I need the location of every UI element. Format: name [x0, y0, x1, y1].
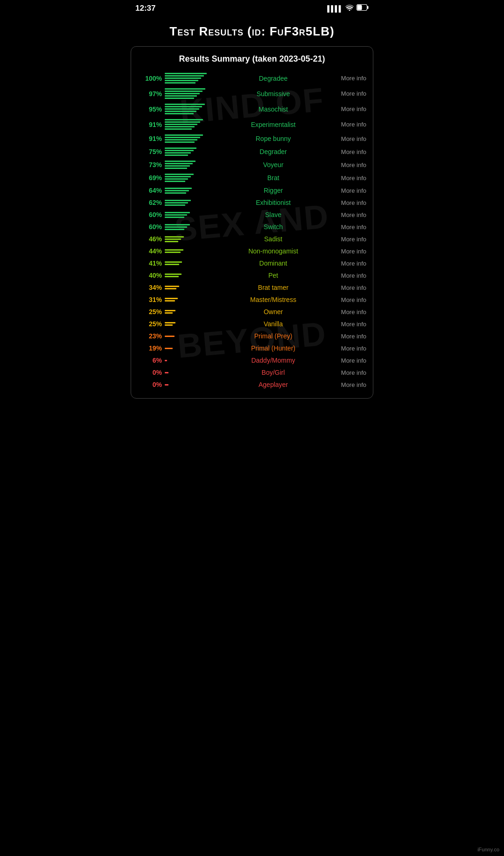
bar-container [165, 249, 211, 253]
bar-container [165, 224, 211, 230]
result-label: Non-monogamist [215, 247, 331, 255]
bar-container [165, 119, 211, 130]
more-info-button[interactable]: More info [331, 260, 366, 267]
pct-label: 44% [138, 247, 162, 255]
bar-container [165, 370, 211, 375]
signal-icon: ▌▌▌▌ [327, 5, 343, 12]
page-title: Test Results (id: FuF3r5LB) [126, 15, 378, 46]
result-row: 60%SlaveMore info [136, 209, 368, 221]
more-info-button[interactable]: More info [331, 75, 366, 82]
more-info-button[interactable]: More info [331, 345, 366, 352]
result-label: Brat tamer [215, 284, 331, 291]
result-label: Switch [215, 223, 331, 231]
more-info-button[interactable]: More info [331, 309, 366, 316]
result-label: Ageplayer [215, 381, 331, 388]
more-info-button[interactable]: More info [331, 236, 366, 243]
wifi-icon [345, 4, 354, 13]
more-info-button[interactable]: More info [331, 90, 366, 97]
bar-container [165, 174, 211, 182]
bar-container [165, 104, 211, 114]
pct-label: 19% [138, 344, 162, 352]
bar-container [165, 88, 211, 99]
result-row: 95%MasochistMore info [136, 101, 368, 117]
bar-container [165, 298, 211, 302]
svg-rect-1 [367, 6, 369, 9]
rows-container: 100%DegradeeMore info97%SubmissiveMore i… [136, 70, 368, 391]
more-info-button[interactable]: More info [331, 175, 366, 182]
pct-label: 25% [138, 308, 162, 316]
result-row: 31%Master/MistressMore info [136, 294, 368, 306]
results-card: KIND OF SEX AND BEYOND Results Summary (… [131, 46, 373, 399]
result-label: Exhibitionist [215, 199, 331, 206]
pct-label: 41% [138, 260, 162, 267]
bar-container [165, 212, 211, 218]
svg-rect-2 [357, 5, 362, 10]
bar-container [165, 200, 211, 206]
bar-container [165, 261, 211, 265]
bar-container [165, 348, 211, 349]
pct-label: 62% [138, 199, 162, 206]
result-row: 100%DegradeeMore info [136, 70, 368, 86]
bar-container [165, 360, 211, 361]
result-row: 73%VoyeurMore info [136, 158, 368, 171]
bar-container [165, 310, 211, 314]
more-info-button[interactable]: More info [331, 357, 366, 364]
more-info-button[interactable]: More info [331, 272, 366, 279]
pct-label: 46% [138, 235, 162, 243]
result-row: 0%Boy/GirlMore info [136, 366, 368, 379]
bar-container [165, 134, 211, 143]
pct-label: 69% [138, 174, 162, 182]
result-label: Primal (Hunter) [215, 344, 331, 352]
result-label: Rigger [215, 187, 331, 194]
more-info-button[interactable]: More info [331, 211, 366, 218]
result-row: 44%Non-monogamistMore info [136, 245, 368, 257]
pct-label: 60% [138, 223, 162, 231]
result-label: Brat [215, 174, 331, 182]
more-info-button[interactable]: More info [331, 321, 366, 328]
more-info-button[interactable]: More info [331, 369, 366, 376]
status-icons: ▌▌▌▌ [327, 4, 369, 13]
result-label: Dominant [215, 260, 331, 267]
bar-container [165, 236, 211, 242]
pct-label: 23% [138, 332, 162, 340]
result-label: Voyeur [215, 161, 331, 168]
more-info-button[interactable]: More info [331, 135, 366, 142]
result-label: Owner [215, 308, 331, 316]
result-label: Pet [215, 272, 331, 279]
pct-label: 91% [138, 121, 162, 128]
bar-container [165, 382, 211, 387]
result-label: Submissive [215, 90, 331, 98]
result-label: Sadist [215, 235, 331, 243]
more-info-button[interactable]: More info [331, 199, 366, 206]
result-label: Daddy/Mommy [215, 357, 331, 364]
more-info-button[interactable]: More info [331, 161, 366, 168]
result-row: 25%OwnerMore info [136, 306, 368, 318]
more-info-button[interactable]: More info [331, 333, 366, 340]
pct-label: 25% [138, 320, 162, 328]
result-row: 40%PetMore info [136, 269, 368, 281]
more-info-button[interactable]: More info [331, 121, 366, 128]
more-info-button[interactable]: More info [331, 187, 366, 194]
more-info-button[interactable]: More info [331, 224, 366, 231]
more-info-button[interactable]: More info [331, 248, 366, 255]
result-label: Experimentalist [215, 121, 331, 128]
result-label: Primal (Prey) [215, 332, 331, 340]
more-info-button[interactable]: More info [331, 105, 366, 112]
result-row: 46%SadistMore info [136, 233, 368, 245]
result-label: Degradee [215, 75, 331, 82]
time: 12:37 [135, 4, 155, 13]
pct-label: 40% [138, 272, 162, 279]
bar-container [165, 336, 211, 337]
result-row: 6%Daddy/MommyMore info [136, 354, 368, 366]
more-info-button[interactable]: More info [331, 148, 366, 155]
more-info-button[interactable]: More info [331, 284, 366, 291]
result-row: 64%RiggerMore info [136, 184, 368, 196]
pct-label: 91% [138, 135, 162, 142]
pct-label: 64% [138, 187, 162, 194]
more-info-button[interactable]: More info [331, 296, 366, 303]
result-row: 75%DegraderMore info [136, 145, 368, 158]
more-info-button[interactable]: More info [331, 381, 366, 388]
result-row: 25%VanillaMore info [136, 318, 368, 330]
result-label: Slave [215, 211, 331, 218]
pct-label: 0% [138, 369, 162, 376]
